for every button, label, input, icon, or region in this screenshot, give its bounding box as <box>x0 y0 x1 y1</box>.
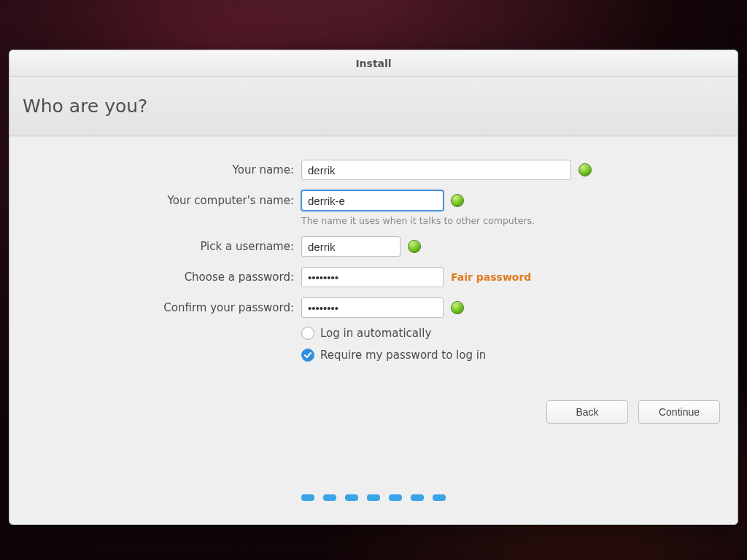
password-input[interactable] <box>301 267 444 287</box>
nav-buttons: Back Continue <box>546 400 720 424</box>
page-heading: Who are you? <box>23 96 147 117</box>
name-label: Your name: <box>9 163 301 176</box>
username-label: Pick a username: <box>9 240 301 253</box>
login-auto-label: Log in automatically <box>320 327 431 340</box>
login-password-option[interactable]: Require my password to log in <box>301 349 738 362</box>
progress-dot <box>323 494 336 501</box>
computer-hint: The name it uses when it talks to other … <box>301 215 738 226</box>
page-header: Who are you? <box>9 77 738 136</box>
computer-label: Your computer's name: <box>9 194 301 207</box>
name-input[interactable] <box>301 160 571 180</box>
desktop-background: Install Who are you? Your name: Your com… <box>0 0 747 560</box>
login-auto-option[interactable]: Log in automatically <box>301 327 738 340</box>
confirm-input[interactable] <box>301 298 444 318</box>
progress-dot <box>411 494 424 501</box>
window-titlebar[interactable]: Install <box>9 50 738 77</box>
progress-dot <box>301 494 314 501</box>
back-button[interactable]: Back <box>546 400 628 424</box>
confirm-label: Confirm your password: <box>9 301 301 314</box>
window-title: Install <box>355 58 391 69</box>
computer-input[interactable] <box>301 190 444 211</box>
progress-dot <box>345 494 358 501</box>
login-password-label: Require my password to log in <box>320 349 486 362</box>
progress-dot <box>367 494 380 501</box>
check-icon <box>451 194 464 207</box>
check-icon <box>578 163 592 176</box>
check-icon <box>451 301 464 314</box>
progress-dot <box>433 494 446 501</box>
radio-on-icon <box>301 349 314 362</box>
radio-off-icon <box>301 327 314 340</box>
continue-button[interactable]: Continue <box>638 400 720 424</box>
content-area: Your name: Your computer's name: The nam… <box>9 136 738 524</box>
progress-dot <box>389 494 402 501</box>
password-strength: Fair password <box>451 271 531 283</box>
installer-window: Install Who are you? Your name: Your com… <box>9 50 738 525</box>
password-label: Choose a password: <box>9 271 301 284</box>
progress-indicator <box>9 494 738 501</box>
user-form: Your name: Your computer's name: The nam… <box>9 160 738 362</box>
username-input[interactable] <box>301 236 400 257</box>
check-icon <box>408 240 421 253</box>
